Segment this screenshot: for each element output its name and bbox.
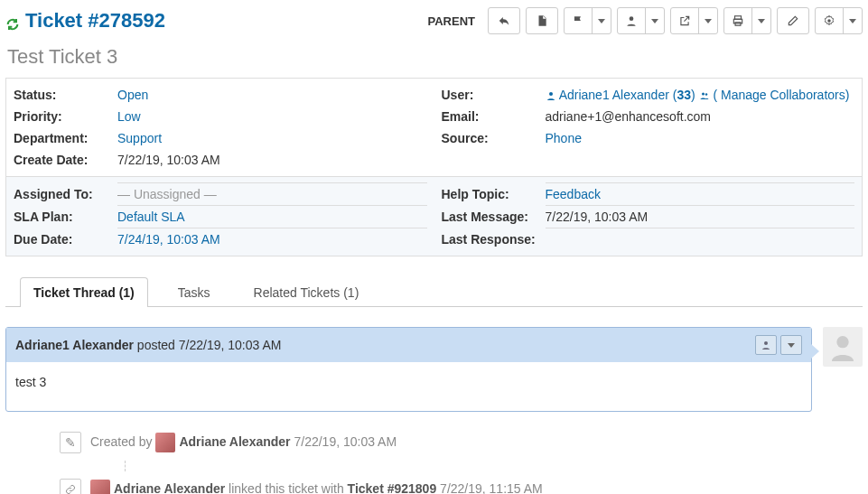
thread-body: test 3 [6, 362, 811, 411]
help-topic-label: Help Topic: [442, 183, 546, 206]
user-link[interactable]: Adriane1 Alexander (33) [546, 88, 699, 102]
thread-time: 7/22/19, 10:03 AM [179, 338, 282, 352]
avatar-mini [155, 433, 175, 452]
user-icon [761, 340, 771, 350]
email-label: Email: [442, 106, 546, 127]
sla-value[interactable]: Default SLA [117, 210, 185, 224]
ticket-subject: Test Ticket 3 [7, 45, 861, 69]
more-dropdown[interactable] [815, 7, 863, 34]
event-log: ✎ Created by Adriane Alexander 7/22/19, … [60, 424, 863, 494]
help-topic-value[interactable]: Feedback [546, 187, 601, 201]
parent-label: PARENT [421, 11, 482, 32]
print-dropdown[interactable] [723, 7, 771, 34]
event-linked: Adriane Alexander linked this ticket wit… [60, 471, 863, 494]
status-value[interactable]: Open [117, 88, 148, 102]
due-label: Due Date: [14, 228, 117, 251]
refresh-icon[interactable] [5, 14, 20, 28]
event-linked-ticket: Ticket #921809 [348, 481, 437, 494]
tab-related[interactable]: Related Tickets (1) [240, 277, 373, 307]
svg-point-6 [702, 93, 705, 96]
thread-message-meta: Adriane1 Alexander posted 7/22/19, 10:03… [15, 338, 281, 352]
edit-button[interactable] [777, 7, 809, 34]
create-date-label: Create Date: [14, 149, 117, 171]
last-response-value [546, 228, 855, 250]
thread-entry: Adriane1 Alexander posted 7/22/19, 10:03… [5, 327, 863, 412]
gear-icon[interactable] [816, 8, 844, 33]
department-label: Department: [14, 127, 117, 149]
user-icon [546, 90, 556, 101]
thread-user-button[interactable] [755, 335, 777, 355]
avatar-icon [828, 332, 857, 361]
print-icon[interactable] [724, 8, 752, 33]
sla-label: SLA Plan: [14, 206, 117, 228]
chevron-down-icon[interactable] [593, 8, 611, 33]
ticket-metadata: Status: Open Priority: Low Department: S… [5, 78, 863, 256]
svg-point-5 [549, 92, 553, 96]
avatar-mini [90, 480, 110, 494]
create-date-value: 7/22/19, 10:03 AM [117, 149, 427, 171]
collab-label: ( Manage Collaborators) [713, 88, 849, 102]
assigned-value: — Unassigned — [117, 183, 427, 206]
manage-collaborators-link[interactable]: ( Manage Collaborators) [699, 88, 850, 102]
thread-action: posted [134, 338, 179, 352]
tab-thread[interactable]: Ticket Thread (1) [20, 277, 148, 307]
page-title: Ticket #278592 [5, 9, 165, 33]
last-message-value: 7/22/19, 10:03 AM [546, 206, 855, 228]
user-label: User: [442, 84, 546, 106]
thread-actions-dropdown[interactable] [780, 335, 802, 355]
chevron-down-icon[interactable] [699, 8, 717, 33]
transfer-dropdown[interactable] [670, 7, 718, 34]
event-linked-time: 7/22/19, 11:15 AM [440, 481, 543, 494]
user-icon[interactable] [618, 8, 646, 33]
users-icon [699, 90, 710, 101]
svg-point-4 [827, 19, 831, 23]
department-value[interactable]: Support [117, 131, 162, 145]
status-label: Status: [14, 84, 117, 106]
toolbar: PARENT [421, 7, 863, 34]
priority-label: Priority: [14, 106, 117, 127]
thread-author: Adriane1 Alexander [15, 338, 134, 352]
event-created-name: Adriane Alexander [179, 434, 290, 449]
note-button[interactable] [526, 7, 558, 34]
last-message-label: Last Message: [442, 206, 546, 228]
link-icon [60, 479, 81, 494]
event-rail [125, 461, 863, 471]
event-linked-name: Adriane Alexander [114, 481, 225, 494]
last-response-label: Last Response: [442, 228, 546, 250]
source-value[interactable]: Phone [546, 131, 582, 145]
thread-message: Adriane1 Alexander posted 7/22/19, 10:03… [5, 327, 812, 412]
external-link-icon[interactable] [671, 8, 699, 33]
assigned-label: Assigned To: [14, 183, 117, 206]
user-count: 33 [677, 88, 691, 102]
email-value: adriane+1@enhancesoft.com [546, 106, 855, 127]
assign-dropdown[interactable] [617, 7, 665, 34]
event-linked-mid: linked this ticket with [225, 481, 347, 494]
due-value[interactable]: 7/24/19, 10:03 AM [117, 232, 220, 247]
flag-icon[interactable] [565, 8, 593, 33]
avatar [823, 327, 863, 367]
svg-point-8 [764, 341, 768, 345]
event-created-prefix: Created by [90, 434, 155, 449]
tab-tasks[interactable]: Tasks [164, 277, 224, 307]
chevron-down-icon [788, 343, 795, 348]
magic-wand-icon: ✎ [60, 432, 81, 453]
source-label: Source: [442, 127, 546, 149]
svg-point-7 [705, 94, 707, 97]
status-dropdown[interactable] [564, 7, 611, 34]
event-created-time: 7/22/19, 10:03 AM [294, 434, 397, 449]
ticket-number-link[interactable]: Ticket #278592 [25, 9, 165, 33]
svg-point-9 [836, 336, 848, 348]
priority-value[interactable]: Low [117, 109, 141, 124]
user-name: Adriane1 Alexander [559, 88, 669, 102]
chevron-down-icon[interactable] [646, 8, 664, 33]
tabs: Ticket Thread (1) Tasks Related Tickets … [5, 276, 863, 307]
svg-point-0 [630, 16, 634, 21]
reply-button[interactable] [488, 7, 520, 34]
chevron-down-icon[interactable] [844, 8, 862, 33]
event-created: ✎ Created by Adriane Alexander 7/22/19, … [60, 424, 863, 461]
chevron-down-icon[interactable] [752, 8, 770, 33]
